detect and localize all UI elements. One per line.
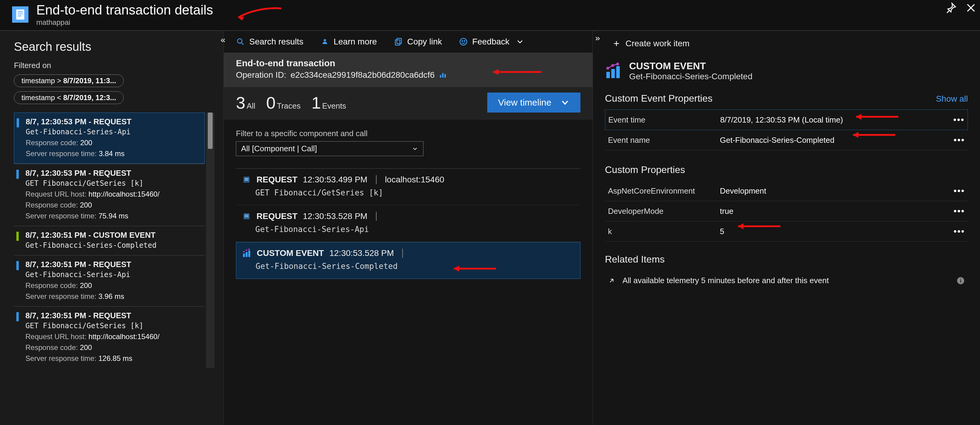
search-result-item[interactable]: 8/7, 12:30:53 PM - REQUESTGet-Fibonacci-… [14, 113, 205, 164]
svg-rect-15 [245, 178, 249, 179]
more-icon[interactable]: ••• [953, 135, 965, 145]
event-time: 12:30:53.528 PM [329, 248, 394, 258]
filter-hint: Filter to a specific component and call [236, 129, 581, 138]
filtered-on-label: Filtered on [14, 61, 215, 70]
search-result-item[interactable]: 8/7, 12:30:51 PM - REQUESTGet-Fibonacci-… [14, 255, 205, 306]
svg-rect-3 [18, 16, 21, 16]
svg-rect-7 [395, 40, 400, 45]
timeline-event[interactable]: REQUEST12:30:53.528 PMGet-Fibonacci-Seri… [236, 205, 581, 242]
svg-rect-20 [243, 253, 245, 257]
result-title: 8/7, 12:30:51 PM - REQUEST [19, 311, 199, 320]
section-title: Custom Event Properties [605, 93, 713, 104]
search-result-item[interactable]: 8/7, 12:30:51 PM - REQUESTGET Fibonacci/… [14, 306, 205, 368]
search-results-heading: Search results [14, 40, 215, 54]
svg-point-9 [462, 41, 463, 41]
section-title: Custom Properties [605, 164, 968, 175]
svg-rect-22 [248, 250, 250, 257]
search-results-button[interactable]: Search results [236, 37, 303, 46]
result-subtitle: Get-Fibonacci-Series-Api [19, 271, 199, 279]
document-icon [12, 6, 29, 23]
show-all-link[interactable]: Show all [936, 94, 968, 104]
filter-chip[interactable]: timestamp < 8/7/2019, 12:3... [14, 91, 124, 104]
pin-icon[interactable] [945, 2, 957, 14]
result-title: 8/7, 12:30:53 PM - REQUEST [20, 117, 199, 126]
svg-rect-11 [440, 75, 441, 78]
operation-title: End-to-end transaction [236, 58, 581, 68]
chart-icon[interactable] [439, 71, 447, 79]
close-icon[interactable] [965, 2, 977, 14]
svg-point-25 [248, 249, 250, 250]
result-title: 8/7, 12:30:53 PM - REQUEST [19, 169, 199, 178]
toolbar-label: Search results [249, 37, 303, 46]
server-icon [242, 175, 251, 184]
info-icon [956, 277, 965, 285]
result-subtitle: GET Fibonacci/GetSeries [k] [19, 322, 199, 330]
operation-id-label: Operation ID: [236, 70, 286, 80]
timeline-event[interactable]: REQUEST12:30:53.499 PMlocalhost:15460GET… [236, 169, 581, 205]
more-icon[interactable]: ••• [953, 226, 965, 237]
svg-rect-19 [245, 216, 249, 217]
component-filter-select[interactable]: All [Component | Call] [236, 141, 423, 156]
svg-point-10 [464, 41, 465, 41]
svg-rect-26 [606, 72, 610, 78]
timeline-event[interactable]: CUSTOM EVENT12:30:53.528 PMGet-Fibonacci… [236, 242, 581, 279]
chevron-down-icon [515, 37, 525, 46]
property-key: k [608, 227, 720, 236]
chevron-down-icon [412, 145, 418, 152]
count-events: 1 [312, 93, 321, 112]
chart-icon [605, 63, 622, 80]
more-icon[interactable]: ••• [953, 186, 965, 196]
property-value: 5 [720, 227, 953, 236]
svg-point-8 [460, 38, 467, 45]
search-result-item[interactable]: 8/7, 12:30:53 PM - REQUESTGET Fibonacci/… [14, 164, 205, 226]
copy-link-button[interactable]: Copy link [394, 37, 442, 46]
operation-id-value: e2c334cea29919f8a2b06d280ca6dcf6 [291, 70, 435, 80]
related-item[interactable]: All available telemetry 5 minutes before… [605, 271, 968, 291]
search-result-item[interactable]: 8/7, 12:30:51 PM - CUSTOM EVENTGet-Fibon… [14, 226, 205, 255]
more-icon[interactable]: ••• [953, 115, 964, 125]
server-icon [242, 212, 251, 221]
more-icon[interactable]: ••• [953, 206, 965, 216]
filter-chip[interactable]: timestamp > 8/7/2019, 11:3... [14, 75, 124, 87]
svg-rect-6 [397, 38, 401, 44]
collapse-right-icon[interactable]: » [595, 33, 600, 43]
property-value: 8/7/2019, 12:30:53 PM (Local time) [720, 115, 953, 125]
event-kind: REQUEST [256, 212, 298, 221]
svg-point-24 [246, 250, 247, 251]
event-sub: Get-Fibonacci-Series-Completed [242, 262, 574, 271]
svg-point-4 [237, 39, 242, 43]
detail-name: Get-Fibonacci-Series-Completed [629, 72, 752, 81]
event-host: localhost:15460 [385, 175, 444, 185]
property-row: DeveloperModetrue••• [605, 201, 968, 221]
create-work-item-button[interactable]: Create work item [612, 39, 968, 48]
arrow-icon [608, 277, 615, 284]
status-bar [16, 312, 19, 321]
svg-rect-1 [18, 11, 23, 13]
toolbar-label: Copy link [407, 37, 442, 46]
svg-rect-12 [442, 73, 444, 78]
section-title: Related Items [605, 254, 968, 265]
operation-bar: End-to-end transaction Operation ID: e2c… [224, 53, 593, 87]
chart-icon [242, 249, 251, 258]
page-title: End-to-end transaction details [36, 2, 213, 18]
property-key: Event name [608, 135, 720, 145]
scrollbar[interactable] [206, 113, 215, 368]
property-key: Event time [608, 115, 720, 125]
event-sub: Get-Fibonacci-Series-Api [242, 225, 574, 234]
view-timeline-button[interactable]: View timeline [487, 92, 581, 113]
count-all: 3 [236, 93, 245, 112]
svg-rect-28 [616, 66, 620, 78]
feedback-button[interactable]: Feedback [459, 37, 525, 46]
counts-row: 3All 0Traces 1Events View timeline [224, 87, 593, 120]
combo-value: All [Component | Call] [241, 144, 317, 153]
collapse-left-icon[interactable]: « [221, 35, 225, 45]
related-item-label: All available telemetry 5 minutes before… [622, 276, 829, 285]
result-subtitle: Get-Fibonacci-Series-Api [20, 127, 199, 136]
event-kind: REQUEST [256, 175, 298, 185]
count-traces: 0 [266, 93, 275, 112]
scrollbar-thumb[interactable] [208, 113, 213, 149]
page-header: End-to-end transaction details mathappai [0, 0, 980, 31]
learn-more-button[interactable]: Learn more [320, 37, 377, 46]
detail-header: CUSTOM EVENT Get-Fibonacci-Series-Comple… [605, 60, 968, 81]
svg-rect-16 [245, 180, 249, 181]
